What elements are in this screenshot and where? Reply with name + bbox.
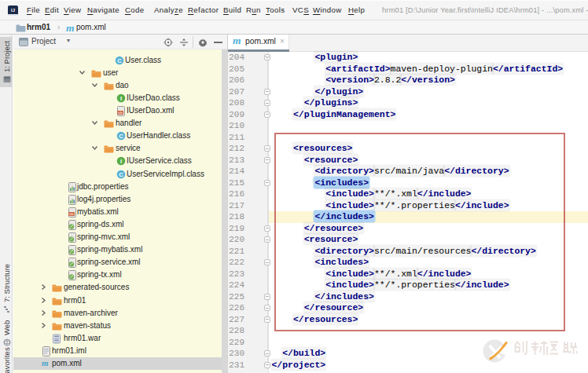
svg-text:I: I [120,94,122,101]
svg-text:I: I [120,158,122,165]
svg-text:</>: </> [69,212,75,216]
svg-text:</>: </> [118,111,123,115]
svg-text:C: C [119,133,123,140]
svg-text:C: C [117,57,122,64]
svg-text:C: C [119,170,123,177]
